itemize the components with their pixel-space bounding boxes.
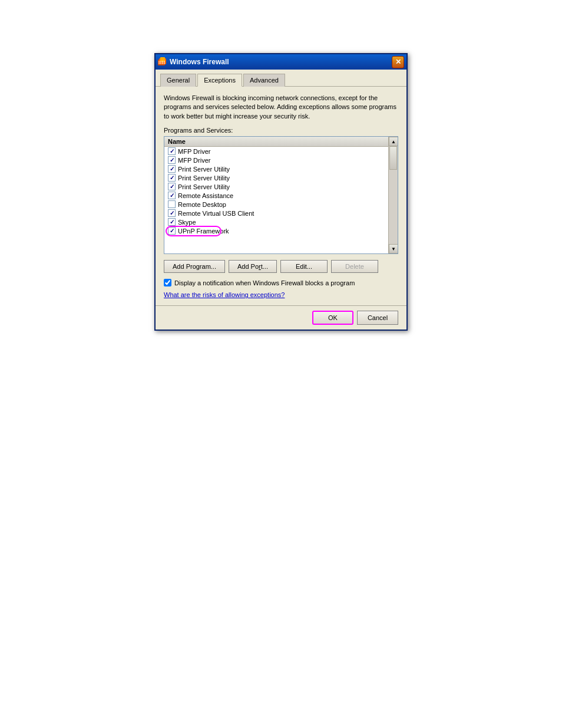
- list-item-label: Print Server Utility: [178, 166, 230, 173]
- section-label: Programs and Services:: [164, 127, 398, 134]
- scroll-up-button[interactable]: ▲: [389, 137, 398, 146]
- cancel-button[interactable]: Cancel: [357, 311, 398, 325]
- risks-link[interactable]: What are the risks of allowing exception…: [164, 291, 285, 298]
- svg-rect-5: [162, 61, 163, 64]
- list-item-checkbox[interactable]: [168, 227, 176, 235]
- list-item[interactable]: Print Server Utility: [164, 182, 388, 191]
- list-header: Name: [164, 137, 388, 147]
- list-item-label: UPnP Framework: [178, 228, 229, 235]
- list-item-checkbox[interactable]: [168, 209, 176, 217]
- list-item-label: MFP Driver: [178, 157, 210, 164]
- list-item-checkbox[interactable]: [168, 147, 176, 155]
- edit-button[interactable]: Edit...: [280, 260, 328, 273]
- scroll-track[interactable]: [389, 146, 398, 244]
- tab-general[interactable]: General: [160, 74, 196, 87]
- list-item-checkbox[interactable]: [168, 174, 176, 182]
- dialog-title: Windows Firewall: [170, 58, 392, 66]
- list-item-checkbox[interactable]: [168, 200, 176, 208]
- notification-checkbox[interactable]: [164, 279, 171, 286]
- add-port-button[interactable]: Add Port...: [229, 260, 277, 273]
- list-item-checkbox[interactable]: [168, 183, 176, 190]
- list-item-label: MFP Driver: [178, 148, 210, 155]
- list-item[interactable]: Print Server Utility: [164, 164, 388, 173]
- notification-row: Display a notification when Windows Fire…: [164, 279, 398, 286]
- windows-firewall-dialog: Windows Firewall ✕ General Exceptions Ad…: [154, 53, 408, 331]
- list-item[interactable]: Remote Desktop: [164, 200, 388, 209]
- close-button[interactable]: ✕: [392, 56, 404, 68]
- tab-exceptions[interactable]: Exceptions: [197, 74, 242, 87]
- notification-label: Display a notification when Windows Fire…: [174, 279, 355, 286]
- svg-rect-4: [160, 61, 161, 64]
- list-item-checkbox[interactable]: [168, 218, 176, 226]
- svg-rect-3: [158, 61, 160, 64]
- list-item-checkbox[interactable]: [168, 192, 176, 199]
- list-item[interactable]: MFP Driver: [164, 156, 388, 164]
- tabs-bar: General Exceptions Advanced: [156, 70, 406, 87]
- tab-advanced[interactable]: Advanced: [243, 74, 285, 87]
- list-item-label: Remote Virtual USB Client: [178, 210, 254, 217]
- add-program-button[interactable]: Add Program...: [164, 260, 225, 273]
- list-item-label: Print Server Utility: [178, 174, 230, 182]
- svg-rect-6: [164, 61, 165, 64]
- list-item-label: Remote Desktop: [178, 201, 226, 208]
- firewall-icon: [158, 57, 167, 67]
- list-item-checkbox[interactable]: [168, 165, 176, 173]
- dialog-footer: OK Cancel: [156, 305, 406, 330]
- list-item-label: Skype: [178, 219, 196, 226]
- scroll-thumb[interactable]: [389, 146, 397, 170]
- list-item-label: Print Server Utility: [178, 183, 230, 190]
- programs-list[interactable]: Name MFP DriverMFP DriverPrint Server Ut…: [164, 137, 388, 253]
- list-item[interactable]: Remote Assistance: [164, 191, 388, 200]
- dialog-content: Windows Firewall is blocking incoming ne…: [156, 87, 406, 305]
- delete-button[interactable]: Delete: [331, 260, 378, 273]
- action-buttons: Add Program... Add Port... Edit... Delet…: [164, 260, 398, 273]
- list-item-checkbox[interactable]: [168, 156, 176, 164]
- list-item[interactable]: Print Server Utility: [164, 173, 388, 182]
- scroll-down-button[interactable]: ▼: [389, 244, 398, 253]
- ok-button[interactable]: OK: [312, 311, 353, 325]
- list-item[interactable]: Skype: [164, 218, 388, 226]
- programs-list-container: Name MFP DriverMFP DriverPrint Server Ut…: [164, 136, 398, 254]
- list-item-label: Remote Assistance: [178, 192, 233, 199]
- list-item[interactable]: UPnP Framework: [164, 226, 388, 235]
- title-bar: Windows Firewall ✕: [156, 54, 406, 70]
- list-item[interactable]: Remote Virtual USB Client: [164, 209, 388, 218]
- list-item[interactable]: MFP Driver: [164, 147, 388, 156]
- scrollbar[interactable]: ▲ ▼: [388, 137, 398, 253]
- description-text: Windows Firewall is blocking incoming ne…: [164, 94, 398, 121]
